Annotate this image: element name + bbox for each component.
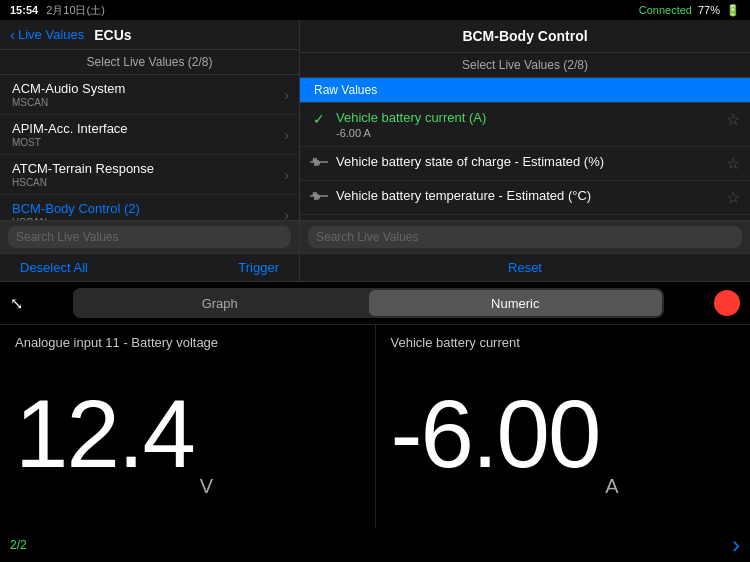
back-chevron-icon: ‹ [10, 26, 15, 43]
live-value-item[interactable]: ✓ Vehicle battery current (A) -6.00 A ☆ [300, 103, 750, 147]
live-values-list: ✓ Vehicle battery current (A) -6.00 A ☆ … [300, 103, 750, 220]
data-cell-label: Vehicle battery current [391, 335, 736, 350]
ecu-chevron-icon: › [284, 127, 289, 143]
ecu-bus: MOST [12, 137, 128, 148]
back-button[interactable]: ‹ Live Values [10, 26, 84, 43]
live-value-name: Vehicle battery temperature - Estimated … [336, 188, 591, 203]
live-value-name: Vehicle battery current (A) [336, 110, 486, 125]
right-bottom-bar: Reset [300, 254, 750, 281]
bottom-toolbar: ⤡ Graph Numeric [0, 282, 750, 325]
star-icon[interactable]: ☆ [726, 154, 740, 173]
ecu-list-item[interactable]: ACM-Audio System MSCAN › [0, 75, 299, 115]
data-display: Analogue input 11 - Battery voltage 12.4… [0, 325, 750, 528]
live-value-reading: -6.00 A [336, 127, 486, 139]
ecu-name: ACM-Audio System [12, 81, 125, 96]
connection-status: Connected [639, 4, 692, 16]
right-select-title: Select Live Values (2/8) [300, 53, 750, 78]
right-search-input[interactable] [308, 226, 742, 248]
numeric-tab[interactable]: Numeric [369, 290, 663, 316]
trigger-button[interactable]: Trigger [238, 260, 279, 275]
data-cell-label: Analogue input 11 - Battery voltage [15, 335, 360, 350]
expand-icon[interactable]: ⤡ [10, 294, 23, 313]
left-bottom-bar: Deselect All Trigger [0, 254, 299, 281]
bottom-footer: 2/2 › [0, 528, 750, 562]
data-cell-number: 12.4 [15, 386, 194, 482]
waveform-icon [310, 189, 328, 206]
star-icon[interactable]: ☆ [726, 188, 740, 207]
left-header: ‹ Live Values ECUs [0, 20, 299, 50]
left-select-title: Select Live Values (2/8) [0, 50, 299, 75]
ecus-label: ECUs [94, 27, 131, 43]
left-search-bar [0, 220, 299, 254]
back-label: Live Values [18, 27, 84, 42]
ecu-list: ACM-Audio System MSCAN › APIM-Acc. Inter… [0, 75, 299, 220]
view-tabs: Graph Numeric [73, 288, 664, 318]
data-cell: Analogue input 11 - Battery voltage 12.4… [0, 325, 376, 528]
data-cell-unit: A [605, 475, 618, 498]
ecu-name: APIM-Acc. Interface [12, 121, 128, 136]
data-cell-number: -6.00 [391, 386, 600, 482]
data-cell-value-container: 12.4 V [15, 350, 360, 518]
page-indicator: 2/2 [10, 538, 27, 552]
battery-icon: 🔋 [726, 4, 740, 17]
ecu-name: BCM-Body Control (2) [12, 201, 140, 216]
right-header-title: BCM-Body Control [300, 20, 750, 53]
status-time: 15:54 [10, 4, 38, 16]
live-value-name: Vehicle battery state of charge - Estima… [336, 154, 604, 169]
live-value-item[interactable]: Vehicle battery state of charge - Estima… [300, 147, 750, 181]
left-search-input[interactable] [8, 226, 291, 248]
graph-tab[interactable]: Graph [73, 288, 367, 318]
data-cell-unit: V [200, 475, 213, 498]
top-panel: ‹ Live Values ECUs Select Live Values (2… [0, 20, 750, 282]
star-icon[interactable]: ☆ [726, 110, 740, 129]
record-button[interactable] [714, 290, 740, 316]
status-bar: 15:54 2月10日(土) Connected 77% 🔋 [0, 0, 750, 20]
ecu-list-item[interactable]: APIM-Acc. Interface MOST › [0, 115, 299, 155]
ecu-chevron-icon: › [284, 167, 289, 183]
deselect-all-button[interactable]: Deselect All [20, 260, 88, 275]
ecu-bus: HSCAN [12, 177, 154, 188]
status-date: 2月10日(土) [46, 3, 105, 18]
reset-button[interactable]: Reset [508, 260, 542, 275]
ecu-list-item[interactable]: BCM-Body Control (2) HSCAN › [0, 195, 299, 220]
bottom-panel: ⤡ Graph Numeric Analogue input 11 - Batt… [0, 282, 750, 562]
checkmark-icon: ✓ [310, 111, 328, 127]
left-panel: ‹ Live Values ECUs Select Live Values (2… [0, 20, 300, 281]
ecu-bus: MSCAN [12, 97, 125, 108]
right-search-bar [300, 220, 750, 254]
nav-right-arrow[interactable]: › [732, 531, 740, 559]
ecu-chevron-icon: › [284, 207, 289, 221]
raw-values-tab[interactable]: Raw Values [300, 78, 750, 103]
data-cell-value-container: -6.00 A [391, 350, 736, 518]
live-value-item[interactable]: Vehicle battery temperature - Estimated … [300, 181, 750, 215]
right-panel: BCM-Body Control Select Live Values (2/8… [300, 20, 750, 281]
ecu-list-item[interactable]: ATCM-Terrain Response HSCAN › [0, 155, 299, 195]
ecu-name: ATCM-Terrain Response [12, 161, 154, 176]
waveform-icon [310, 155, 328, 172]
data-cell: Vehicle battery current -6.00 A [376, 325, 751, 528]
ecu-chevron-icon: › [284, 87, 289, 103]
battery-level: 77% [698, 4, 720, 16]
